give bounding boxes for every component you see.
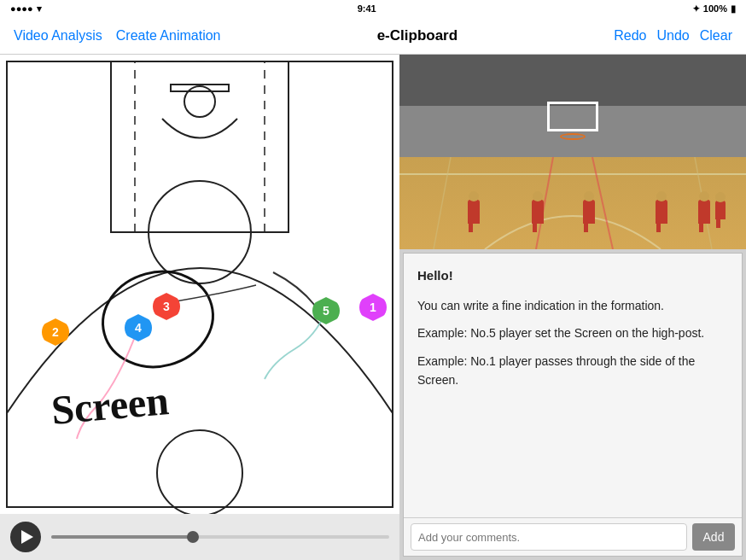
comment-greeting: Hello! (417, 265, 728, 286)
comment-body: Hello! You can write a fine indication i… (404, 254, 742, 517)
gym-floor (399, 157, 746, 249)
hoop-area (539, 102, 607, 144)
play-button[interactable] (10, 522, 41, 552)
battery-icon: ▮ (731, 3, 736, 15)
player-3-number: 3 (163, 300, 170, 313)
right-panel: Hello! You can write a fine indication i… (399, 55, 746, 560)
add-comment-button[interactable]: Add (692, 523, 735, 551)
progress-thumb[interactable] (187, 531, 199, 543)
floor-lines-svg (399, 157, 746, 249)
time-display: 9:41 (358, 3, 376, 14)
nav-right-actions: Redo Undo Clear (614, 28, 732, 44)
comment-line-2: Example: No.5 player set the Screen on t… (417, 324, 728, 342)
hoop-backboard (547, 102, 598, 131)
wifi-icon: ▾ (37, 3, 42, 15)
player-5-number: 5 (323, 304, 329, 318)
comment-input[interactable] (411, 523, 687, 551)
video-preview (399, 55, 746, 249)
nav-left-actions: Video Analysis Create Animation (14, 28, 221, 44)
progress-bar[interactable] (51, 535, 389, 539)
court-svg (0, 55, 399, 514)
court-panel: 1 2 3 4 5 Screen (0, 55, 399, 560)
undo-button[interactable]: Undo (657, 28, 690, 44)
progress-fill (51, 535, 193, 539)
comment-input-area: Add (404, 517, 742, 556)
redo-button[interactable]: Redo (614, 28, 646, 44)
bluetooth-icon: ✦ (692, 3, 700, 15)
video-analysis-link[interactable]: Video Analysis (14, 28, 102, 44)
clear-button[interactable]: Clear (700, 28, 732, 44)
comment-line-3: Example: No.1 player passes through the … (417, 352, 728, 390)
gym-player-1 (468, 200, 480, 224)
main-content: 1 2 3 4 5 Screen (0, 55, 746, 560)
gym-scene (399, 55, 746, 249)
hoop-rim (560, 133, 586, 140)
comment-line-1: You can write a fine indication in the f… (417, 296, 728, 315)
player-2-number: 2 (52, 325, 59, 339)
gym-player-5 (698, 200, 710, 224)
carrier-signal: ●●●● (10, 3, 33, 14)
gym-player-4 (656, 200, 667, 224)
status-bar: ●●●● ▾ 9:41 ✦ 100% ▮ (0, 0, 746, 17)
svg-line-10 (434, 157, 451, 249)
nav-title: e-Clipboard (377, 27, 458, 44)
video-controls (0, 514, 399, 560)
gym-player-3 (583, 200, 595, 224)
create-animation-link[interactable]: Create Animation (116, 28, 221, 44)
battery-level: 100% (703, 3, 727, 14)
comment-panel: Hello! You can write a fine indication i… (403, 253, 743, 557)
gym-player-6 (715, 201, 726, 219)
player-4-number: 4 (135, 321, 142, 335)
nav-bar: Video Analysis Create Animation e-Clipbo… (0, 17, 746, 55)
court-canvas[interactable]: 1 2 3 4 5 Screen (0, 55, 399, 514)
svg-line-13 (592, 157, 613, 249)
gym-player-2 (532, 200, 544, 224)
gym-ceiling (399, 55, 746, 106)
player-1-number: 1 (370, 300, 376, 314)
